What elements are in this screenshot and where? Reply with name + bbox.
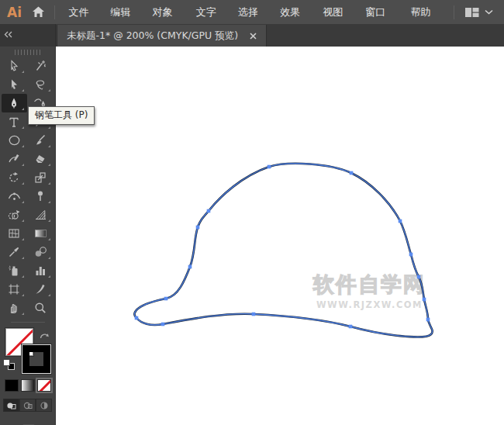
selection-tool[interactable] [2, 57, 27, 75]
illustrator-window: Ai 文件(F) 编辑(E) 对象(O) 文字(T) 选择(S) 效果(C) 视… [0, 0, 504, 425]
anchor-point[interactable] [161, 323, 165, 327]
magic-wand-tool[interactable] [28, 57, 54, 75]
app-logo[interactable]: Ai [0, 5, 29, 20]
paintbrush-tool[interactable] [28, 131, 54, 150]
type-tool[interactable] [2, 112, 27, 131]
artboard-tool[interactable] [2, 280, 27, 299]
anchor-point[interactable] [268, 165, 271, 169]
toolbar [0, 47, 56, 425]
zoom-tool[interactable] [28, 299, 54, 317]
anchor-point[interactable] [196, 226, 200, 230]
eyedropper-tool[interactable] [2, 243, 27, 261]
default-fill-stroke-icon[interactable] [3, 359, 16, 371]
anchor-point[interactable] [350, 171, 354, 175]
pen-tool[interactable] [2, 94, 27, 112]
symbol-sprayer-tool[interactable] [2, 261, 27, 280]
width-tool[interactable] [2, 187, 27, 206]
anchor-point[interactable] [252, 313, 256, 316]
pen-path-svg [56, 47, 504, 425]
anchor-point[interactable] [349, 325, 353, 329]
menu-select[interactable]: 选择(S) [231, 0, 273, 24]
menu-view[interactable]: 视图(V) [316, 0, 358, 24]
anchor-point[interactable] [399, 219, 402, 223]
anchor-point[interactable] [207, 209, 211, 213]
tab-close-icon[interactable] [247, 30, 258, 41]
menu-window[interactable]: 窗口(W) [358, 0, 403, 24]
anchor-point[interactable] [426, 318, 430, 322]
menubar: Ai 文件(F) 编辑(E) 对象(O) 文字(T) 选择(S) 效果(C) 视… [0, 0, 504, 24]
drawing-mode-row [0, 399, 55, 412]
pencil-tool[interactable] [2, 150, 27, 168]
slice-tool[interactable] [28, 280, 54, 299]
swap-fill-stroke-icon[interactable] [39, 329, 50, 344]
pen-tool-tooltip: 钢笔工具 (P) [28, 106, 95, 125]
anchor-point[interactable] [188, 265, 192, 269]
menu-effect[interactable]: 效果(C) [273, 0, 316, 24]
mesh-tool[interactable] [2, 224, 27, 243]
helmet-path-outline [134, 164, 432, 337]
toolbar-grip[interactable] [15, 50, 41, 55]
anchor-point[interactable] [135, 316, 139, 320]
shape-builder-tool[interactable] [2, 206, 27, 224]
menu-help[interactable]: 帮助(H) [403, 0, 447, 24]
tool-grid [0, 57, 55, 317]
anchor-points [135, 165, 430, 329]
workspace-switcher-button[interactable] [461, 5, 496, 20]
eraser-tool[interactable] [28, 150, 54, 168]
toolbar-panel-header [0, 24, 56, 47]
collapse-panel-icon[interactable] [4, 26, 14, 41]
paint-color-button[interactable] [5, 379, 19, 392]
fill-stroke-cluster [0, 327, 56, 373]
draw-normal-button[interactable] [3, 399, 19, 412]
anchor-point[interactable] [409, 253, 413, 257]
document-tab[interactable]: 未标题-1* @ 200% (CMYK/GPU 预览) [57, 25, 267, 47]
hand-tool[interactable] [2, 299, 27, 317]
gradient-tool[interactable] [28, 224, 54, 243]
scale-tool[interactable] [28, 168, 54, 187]
puppet-warp-tool[interactable] [28, 187, 54, 206]
ellipse-tool[interactable] [2, 131, 27, 150]
workspace-layout-icon [464, 6, 480, 19]
stroke-swatch-black[interactable] [22, 345, 50, 373]
chevron-down-icon [485, 9, 493, 15]
menu-file[interactable]: 文件(F) [62, 0, 104, 24]
column-graph-tool[interactable] [28, 261, 54, 280]
menu-object[interactable]: 对象(O) [146, 0, 189, 24]
anchor-point[interactable] [164, 297, 168, 301]
draw-inside-button[interactable] [36, 399, 52, 412]
lasso-tool[interactable] [28, 75, 54, 94]
menu-edit[interactable]: 编辑(E) [103, 0, 145, 24]
menubar-divider [54, 5, 55, 19]
anchor-point[interactable] [417, 275, 421, 279]
perspective-grid-tool[interactable] [28, 206, 54, 224]
paint-none-button[interactable] [37, 379, 51, 392]
rotate-tool[interactable] [2, 168, 27, 187]
paint-gradient-button[interactable] [21, 379, 35, 392]
helmet-path-selection [134, 164, 432, 337]
tabstrip: 未标题-1* @ 200% (CMYK/GPU 预览) [0, 24, 504, 47]
menu-items: 文件(F) 编辑(E) 对象(O) 文字(T) 选择(S) 效果(C) 视图(V… [62, 0, 447, 24]
blend-tool[interactable] [28, 243, 54, 261]
menubar-divider-right [454, 5, 454, 19]
toolbar-separator [11, 322, 45, 323]
anchor-point[interactable] [423, 298, 426, 302]
home-icon[interactable] [29, 4, 47, 21]
document-tab-title: 未标题-1* @ 200% (CMYK/GPU 预览) [67, 29, 238, 43]
draw-behind-button[interactable] [19, 399, 36, 412]
direct-selection-tool[interactable] [2, 75, 27, 94]
paint-style-row [0, 379, 55, 392]
menu-type[interactable]: 文字(T) [189, 0, 231, 24]
artboard-canvas[interactable]: 软件自学网 WWW.RJZXW.COM [56, 47, 504, 425]
